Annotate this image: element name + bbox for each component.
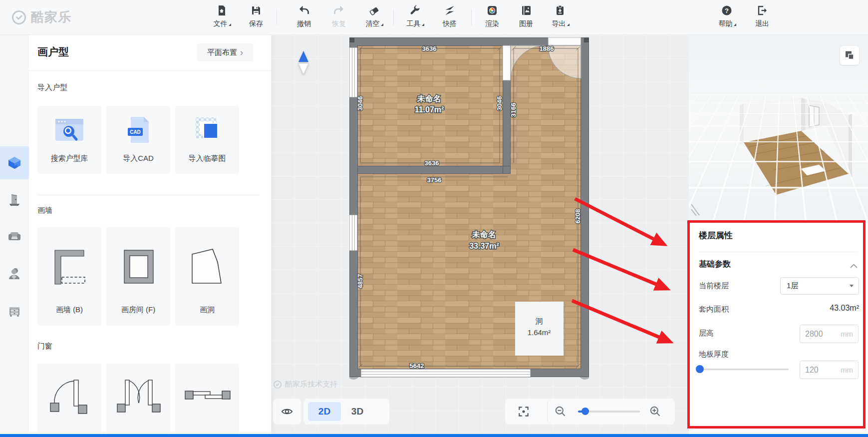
card-draw-hole[interactable]: 画洞 bbox=[175, 227, 239, 326]
bottom-blue-strip bbox=[0, 434, 868, 437]
door-opening[interactable] bbox=[548, 37, 581, 45]
redo-button[interactable]: 恢复 bbox=[324, 4, 353, 28]
current-floor-label: 当前楼层 bbox=[699, 281, 729, 291]
sidebar-item-cabinet[interactable] bbox=[0, 295, 29, 328]
chevron-right-icon: › bbox=[240, 48, 243, 57]
app-window: 酷家乐 文件 保存 撤销 恢复 清空 工具 快搭 bbox=[0, 0, 868, 437]
undo-button[interactable]: 撤销 bbox=[289, 4, 318, 28]
sidebar-item-furniture[interactable] bbox=[0, 220, 29, 253]
view-mode-toggle: 2D 3D bbox=[303, 399, 389, 425]
dim-left-upper: 3046 bbox=[356, 96, 364, 111]
room2-name[interactable]: 未命名 bbox=[472, 230, 496, 239]
card-sliding-door[interactable] bbox=[175, 364, 239, 434]
section-import-title: 导入户型 bbox=[37, 83, 67, 92]
floor-thickness-field: mm bbox=[800, 361, 859, 379]
preview-resize-handle[interactable] bbox=[690, 202, 701, 219]
current-floor-value: 1层 bbox=[787, 281, 850, 291]
export-caret-icon bbox=[567, 23, 570, 26]
export-button[interactable]: 导出 bbox=[546, 4, 575, 28]
zoom-in-button[interactable] bbox=[649, 405, 662, 420]
floorplan-cube-icon bbox=[7, 155, 22, 170]
dim-top-right: 1886 bbox=[540, 45, 554, 52]
3d-preview[interactable] bbox=[689, 35, 868, 220]
card-search-floorplan-library[interactable]: 搜索户型库 bbox=[37, 106, 101, 174]
view-3d-button[interactable]: 3D bbox=[341, 402, 374, 421]
logo-text: 酷家乐 bbox=[31, 8, 71, 26]
logo-icon bbox=[11, 9, 27, 25]
window[interactable] bbox=[349, 47, 357, 97]
card-import-cad[interactable]: CAD 导入CAD bbox=[106, 106, 170, 174]
single-door-icon bbox=[37, 364, 101, 429]
section-wall-title: 画墙 bbox=[37, 206, 52, 215]
zoom-slider-knob[interactable] bbox=[581, 408, 589, 415]
fit-view-button[interactable] bbox=[514, 403, 533, 421]
tools-button[interactable]: 工具 bbox=[400, 4, 429, 28]
divider bbox=[547, 403, 548, 421]
floor-height-input[interactable] bbox=[805, 330, 834, 339]
room1-name[interactable]: 未命名 bbox=[417, 94, 441, 103]
eraser-icon bbox=[359, 4, 388, 18]
zoom-in-icon bbox=[649, 405, 662, 418]
floorplan-drawing[interactable]: 洞 1.64m² 未命名 11.07m² 未命名 33.37m² 3636 18… bbox=[349, 37, 589, 382]
nightstand-icon bbox=[7, 305, 21, 319]
card-double-door[interactable] bbox=[106, 364, 170, 434]
zoom-out-button[interactable] bbox=[554, 405, 567, 420]
right-panel: 楼层属性 基础参数 当前楼层 1层 套内面积 43.03m² 层高 mm 地板厚… bbox=[689, 35, 868, 434]
render-button[interactable]: 渲染 bbox=[478, 4, 507, 28]
floor-thickness-slider-knob[interactable] bbox=[696, 365, 704, 373]
chevron-up-icon bbox=[850, 263, 858, 269]
chevron-down-icon bbox=[850, 285, 854, 287]
album-icon bbox=[512, 4, 541, 18]
layout-switch-button[interactable]: 平面布置 › bbox=[197, 43, 253, 61]
tracing-image-icon bbox=[175, 106, 239, 154]
corner-stud bbox=[584, 37, 589, 42]
draw-room-icon bbox=[106, 227, 170, 305]
dim-inner-left: 3046 bbox=[496, 96, 503, 111]
file-caret-icon bbox=[229, 23, 231, 26]
help-button[interactable]: ? 帮助 bbox=[712, 4, 741, 28]
sidebar-item-people[interactable] bbox=[0, 257, 29, 290]
view-2d-button[interactable]: 2D bbox=[308, 402, 341, 421]
visibility-button[interactable] bbox=[273, 399, 301, 425]
window[interactable] bbox=[361, 369, 531, 377]
sofa-icon bbox=[7, 229, 22, 244]
kujiale-logo: 酷家乐 bbox=[11, 8, 71, 26]
collapse-section-button[interactable] bbox=[850, 262, 858, 271]
3d-room-model bbox=[726, 95, 856, 200]
floor-height-label: 层高 bbox=[699, 329, 714, 338]
dim-left-lower: 4857 bbox=[356, 274, 364, 289]
card-single-door[interactable] bbox=[37, 364, 101, 434]
floor-thickness-input[interactable] bbox=[805, 366, 834, 375]
floor-height-unit: mm bbox=[841, 330, 853, 338]
save-button[interactable]: 保存 bbox=[242, 4, 271, 28]
divider bbox=[29, 70, 271, 71]
quick-build-button[interactable]: 快搭 bbox=[435, 4, 464, 28]
floor-thickness-slider-track[interactable] bbox=[698, 369, 789, 370]
sidebar-item-floorplan[interactable] bbox=[0, 146, 29, 179]
clear-button[interactable]: 清空 bbox=[359, 4, 388, 28]
cad-file-icon: CAD bbox=[106, 106, 170, 154]
window[interactable] bbox=[349, 215, 357, 251]
toolbar-separator bbox=[393, 9, 394, 25]
exit-icon bbox=[748, 4, 777, 18]
preview-mode-button[interactable] bbox=[840, 46, 859, 65]
sidebar-item-doors[interactable] bbox=[0, 183, 29, 216]
album-button[interactable]: 图册 bbox=[512, 4, 541, 28]
help-caret-icon bbox=[734, 23, 736, 26]
door-opening[interactable] bbox=[503, 45, 511, 80]
hole-name: 洞 bbox=[536, 317, 543, 325]
eye-icon bbox=[281, 405, 293, 418]
svg-text:?: ? bbox=[725, 7, 729, 14]
card-draw-room[interactable]: 画房间 (F) bbox=[106, 227, 170, 326]
zoom-controls bbox=[505, 399, 675, 425]
current-floor-select[interactable]: 1层 bbox=[780, 277, 859, 295]
room2-area: 33.37m² bbox=[469, 242, 499, 250]
floorplan-canvas[interactable]: 洞 1.64m² 未命名 11.07m² 未命名 33.37m² 3636 18… bbox=[271, 35, 689, 434]
card-import-tracing-image[interactable]: 导入临摹图 bbox=[175, 106, 239, 174]
card-draw-wall[interactable]: 画墙 (B) bbox=[37, 227, 101, 326]
exit-button[interactable]: 退出 bbox=[748, 4, 777, 28]
svg-text:CAD: CAD bbox=[130, 129, 141, 135]
file-button[interactable]: 文件 bbox=[207, 4, 236, 28]
north-compass-icon[interactable] bbox=[297, 50, 310, 77]
floor-height-field: mm bbox=[800, 325, 859, 343]
